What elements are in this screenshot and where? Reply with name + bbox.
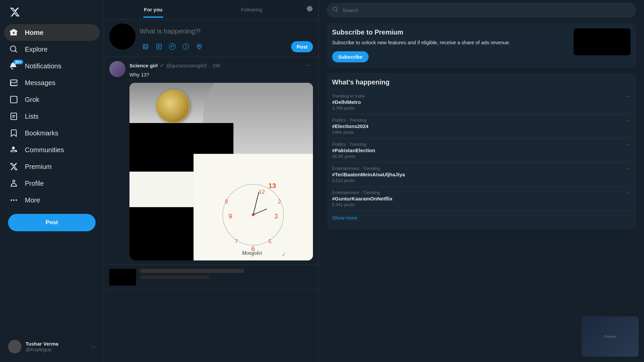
- location-tool-icon[interactable]: [193, 41, 205, 53]
- right-sidebar: Subscribe to Premium Subscribe to unlock…: [319, 0, 644, 362]
- nav-label-home: Home: [25, 29, 44, 37]
- nav-label-more: More: [25, 196, 40, 204]
- trend-more-button-4[interactable]: ···: [626, 190, 631, 196]
- svg-text:13: 13: [269, 182, 276, 189]
- tweet-avatar: [109, 61, 125, 77]
- trend-posts-3: 3,513 posts: [332, 178, 631, 183]
- compose-avatar: [109, 23, 136, 50]
- tab-for-you[interactable]: For you: [104, 1, 203, 18]
- trend-posts-1: 146K posts: [332, 130, 631, 135]
- trend-item-4[interactable]: Entertainment · Trending #GunturKaaramOn…: [332, 187, 631, 211]
- nav-label-bookmarks: Bookmarks: [25, 129, 58, 137]
- compose-input-area: What is happening?!: [140, 23, 313, 53]
- list-tool-icon[interactable]: [153, 41, 165, 53]
- trend-more-button-3[interactable]: ···: [626, 166, 631, 172]
- nav-item-profile[interactable]: Profile: [4, 175, 100, 192]
- search-nav-icon: [9, 45, 18, 54]
- lists-icon: [9, 112, 18, 121]
- compose-post-button[interactable]: Post: [291, 41, 313, 52]
- svg-rect-0: [10, 96, 17, 103]
- trend-name-3: #TeriBaatonMeinAisaUljhaJiya: [332, 172, 631, 177]
- compose-area: What is happening?!: [104, 19, 318, 57]
- user-name: Tushar Verma: [25, 341, 87, 347]
- tweet-card-2[interactable]: [104, 265, 318, 290]
- tweet-time: ·: [209, 63, 210, 68]
- compose-placeholder[interactable]: What is happening?!: [140, 23, 313, 38]
- bookmark-icon: [9, 129, 18, 137]
- post-button[interactable]: Post: [8, 214, 96, 231]
- trend-item-2[interactable]: Politics · Trending #PakistanElection 26…: [332, 138, 631, 163]
- show-more-link[interactable]: Show more: [332, 211, 631, 225]
- more-icon: [9, 196, 18, 204]
- nav-item-more[interactable]: More: [4, 192, 100, 208]
- premium-widget-desc: Subscribe to unlock new features and if …: [332, 39, 571, 46]
- whats-happening-widget: What's happening Trending in India #Delh…: [327, 73, 636, 230]
- home-icon: [9, 28, 18, 37]
- feed-settings-icon[interactable]: [301, 0, 318, 19]
- nav-label-premium: Premium: [25, 163, 52, 171]
- media-tool-icon[interactable]: [140, 41, 152, 53]
- nav-item-communities[interactable]: Communities: [4, 141, 100, 158]
- search-bar[interactable]: [327, 3, 636, 18]
- trend-item-0[interactable]: Trending in India #DelhiMetro 3,766 post…: [332, 90, 631, 114]
- svg-text:2: 2: [278, 198, 281, 204]
- emoji-tool-icon[interactable]: [166, 41, 178, 53]
- search-icon: [332, 6, 338, 14]
- communities-icon: [9, 145, 18, 154]
- trend-item-3[interactable]: Entertainment · Trending #TeriBaatonMein…: [332, 163, 631, 187]
- nav-item-notifications[interactable]: Notifications 20+: [4, 58, 100, 74]
- trend-more-button-0[interactable]: ···: [626, 94, 631, 100]
- trend-name-1: #Elections2024: [332, 123, 631, 129]
- nav-label-profile: Profile: [25, 180, 44, 187]
- tab-following[interactable]: Following: [203, 1, 301, 18]
- trend-posts-0: 3,766 posts: [332, 106, 631, 111]
- trend-more-button-2[interactable]: ···: [626, 142, 631, 148]
- tweet-body-2: [140, 269, 313, 286]
- nav-item-premium[interactable]: Premium: [4, 158, 100, 175]
- tweet-avatar-2: [109, 269, 136, 286]
- schedule-tool-icon[interactable]: [180, 41, 192, 53]
- svg-text:Mongolei: Mongolei: [241, 250, 262, 256]
- trend-category-0: Trending in India: [332, 94, 631, 99]
- svg-line-13: [253, 209, 267, 215]
- user-profile-section[interactable]: Tushar Verma @Kaylegue ···: [4, 337, 100, 357]
- notification-badge: 20+: [13, 60, 23, 64]
- main-nav: Home Explore Notifications 20+ Messages: [4, 24, 100, 208]
- nav-item-grok[interactable]: Grok: [4, 91, 100, 108]
- tweet-card[interactable]: Science girl ✓ @gunsnrosesgirl3 · 19h ··…: [104, 57, 318, 265]
- trend-posts-2: 26.5K posts: [332, 154, 631, 159]
- trend-more-button-1[interactable]: ···: [626, 118, 631, 124]
- tweet-body: Science girl ✓ @gunsnrosesgirl3 · 19h ··…: [129, 61, 313, 260]
- nav-item-home[interactable]: Home: [4, 24, 100, 41]
- nav-label-grok: Grok: [25, 96, 39, 104]
- svg-text:8: 8: [225, 198, 228, 204]
- x-logo[interactable]: [4, 3, 100, 23]
- premium-widget: Subscribe to Premium Subscribe to unlock…: [327, 23, 636, 68]
- trend-name-0: #DelhiMetro: [332, 99, 631, 105]
- svg-text:5: 5: [269, 238, 272, 244]
- svg-text:9: 9: [228, 212, 232, 220]
- nav-item-bookmarks[interactable]: Bookmarks: [4, 125, 100, 141]
- trend-category-1: Politics · Trending: [332, 118, 631, 123]
- mail-icon: [9, 78, 18, 87]
- nav-label-messages: Messages: [25, 79, 55, 87]
- nav-label-communities: Communities: [25, 146, 64, 154]
- whats-happening-title: What's happening: [332, 78, 631, 86]
- svg-text:12: 12: [259, 189, 265, 195]
- subscribe-button[interactable]: Subscribe: [332, 51, 369, 62]
- tweet-text: Why 13?: [129, 71, 313, 79]
- trend-name-2: #PakistanElection: [332, 147, 631, 153]
- nav-item-explore[interactable]: Explore: [4, 41, 100, 58]
- trend-item-1[interactable]: Politics · Trending #Elections2024 146K …: [332, 114, 631, 138]
- svg-text:3: 3: [274, 212, 278, 220]
- user-more-icon[interactable]: ···: [91, 343, 96, 350]
- tweet-more-button[interactable]: ···: [303, 61, 313, 70]
- search-input[interactable]: [342, 7, 630, 13]
- nav-item-messages[interactable]: Messages: [4, 74, 100, 91]
- premium-widget-title: Subscribe to Premium: [332, 28, 571, 36]
- svg-text:7: 7: [235, 238, 238, 244]
- trend-category-3: Entertainment · Trending: [332, 166, 631, 171]
- nav-item-lists[interactable]: Lists: [4, 108, 100, 125]
- main-feed: For you Following What is happening?!: [104, 0, 319, 362]
- svg-line-12: [253, 192, 259, 215]
